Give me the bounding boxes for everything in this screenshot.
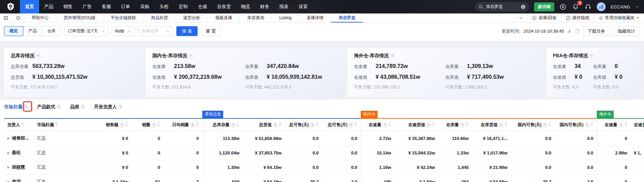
workspace-tab[interactable]: 商品补货 <box>144 13 176 22</box>
help-icon[interactable]: ? <box>120 123 124 128</box>
sort-icon[interactable] <box>196 122 199 128</box>
view-button[interactable]: 产品 <box>23 26 42 36</box>
sort-icon[interactable] <box>157 122 160 128</box>
help-icon[interactable]: ? <box>36 54 40 58</box>
apps-grid-icon[interactable] <box>0 13 12 22</box>
sort-icon[interactable] <box>125 122 128 128</box>
download-center-icon[interactable] <box>559 3 567 10</box>
download-tasks-button[interactable]: 下载任务 <box>583 26 610 36</box>
sort-icon[interactable] <box>624 122 627 128</box>
notifications-bell-icon[interactable]: 2 <box>572 3 579 10</box>
nav-item[interactable]: 订单 <box>116 0 135 13</box>
order-range-dropdown[interactable]: 订单范围: 近7天 <box>64 26 108 36</box>
expand-icon[interactable]: ▶ <box>7 180 10 182</box>
nav-item[interactable]: 定制 <box>174 0 193 13</box>
new-feature-button[interactable]: 新功能 <box>534 2 554 11</box>
help-icon[interactable]: ? <box>349 123 353 128</box>
view-button[interactable]: 概览 <box>4 26 23 36</box>
column-header[interactable]: 总可售(月)? <box>322 119 361 131</box>
nav-item[interactable]: 设置 <box>294 0 313 13</box>
sort-icon[interactable] <box>388 122 391 128</box>
account-chevron-down-icon[interactable] <box>635 5 639 9</box>
column-header[interactable]: 总库存量? <box>202 119 243 131</box>
panel-tab[interactable]: 品类? <box>70 104 85 110</box>
column-header[interactable]: 销量? <box>131 119 164 131</box>
column-header[interactable]: 市场归属 <box>34 119 78 131</box>
nav-item[interactable]: 销售 <box>58 0 78 13</box>
column-header[interactable]: 在途量? <box>597 119 631 131</box>
search-button[interactable]: 搜 索 <box>176 26 198 36</box>
nav-item[interactable]: 广告 <box>78 0 97 13</box>
hide-stats-button[interactable]: 隐藏统计 <box>613 26 640 36</box>
sort-icon[interactable] <box>55 122 58 128</box>
expand-icon[interactable]: ▶ <box>7 166 10 169</box>
panel-tab[interactable]: 开发负责人? <box>94 104 123 110</box>
sort-icon[interactable] <box>21 122 24 128</box>
sort-icon[interactable] <box>548 122 551 128</box>
workspace-tab[interactable]: 库存罗盘 <box>331 13 363 22</box>
help-icon[interactable]: ? <box>585 123 589 128</box>
support-headset-icon[interactable] <box>584 3 592 10</box>
help-icon[interactable]: ? <box>460 123 465 128</box>
account-name[interactable]: ECCANG <box>611 4 630 9</box>
guide-button[interactable]: 操作指南 <box>561 13 594 22</box>
sort-icon[interactable] <box>466 122 469 128</box>
favorites-button[interactable]: 常用功能收藏夹 <box>594 13 644 22</box>
nav-item[interactable]: 产品 <box>39 0 58 13</box>
help-icon[interactable]: ? <box>118 105 123 109</box>
home-icon[interactable] <box>12 13 24 22</box>
live-replay-button[interactable]: 直播/回放 <box>527 13 561 22</box>
app-logo-icon[interactable] <box>6 2 15 11</box>
column-header[interactable]: 总货值? <box>243 119 285 131</box>
workspace-tab[interactable]: 直播详情 <box>299 13 331 22</box>
help-icon[interactable]: ? <box>273 123 277 128</box>
help-icon[interactable]: ? <box>81 105 85 109</box>
nav-item[interactable]: 自发货 <box>212 0 236 13</box>
avatar[interactable] <box>597 2 606 11</box>
help-icon[interactable]: ? <box>231 123 235 128</box>
sort-icon[interactable] <box>354 122 357 128</box>
column-header[interactable]: 在途量? <box>361 119 394 131</box>
help-icon[interactable]: ? <box>24 105 28 109</box>
workspace-tab[interactable]: 货件管理(STA)版 <box>56 13 103 22</box>
help-icon[interactable]: ? <box>589 54 593 58</box>
view-button[interactable]: 仓库 <box>42 26 61 36</box>
nav-item[interactable]: 仓储 <box>193 0 212 13</box>
workspace-tab[interactable]: 库存查询 <box>240 13 272 22</box>
column-header[interactable]: 负责人 <box>4 119 34 131</box>
workspace-tab[interactable]: 平台店铺授权 <box>103 13 144 22</box>
help-icon[interactable]: ? <box>543 123 547 128</box>
help-icon[interactable]: ? <box>152 123 156 128</box>
help-icon[interactable]: ? <box>383 123 387 128</box>
column-header[interactable]: 国内可售(月)? <box>555 119 597 131</box>
nav-item[interactable]: 物流 <box>236 0 255 13</box>
expand-icon[interactable]: ▶ <box>7 151 10 154</box>
expand-icon[interactable]: ▶ <box>7 137 10 140</box>
clear-search-icon[interactable] <box>521 4 526 9</box>
column-header[interactable]: 销售额? <box>78 119 131 131</box>
help-icon[interactable]: ? <box>575 29 580 34</box>
column-header[interactable]: 国内可售(天)? <box>511 119 555 131</box>
nav-item[interactable]: 财务 <box>255 0 274 13</box>
help-icon[interactable]: ? <box>499 123 503 128</box>
nav-item[interactable]: 报表 <box>274 0 294 13</box>
help-icon[interactable]: ? <box>619 123 623 128</box>
nav-item[interactable]: 客服 <box>97 0 116 13</box>
sort-icon[interactable] <box>236 122 239 128</box>
sort-icon[interactable] <box>316 122 319 128</box>
workspace-tab[interactable]: 退货分析 <box>176 13 208 22</box>
column-header[interactable]: 日均销量? <box>164 119 202 131</box>
nav-item[interactable]: 头程 <box>154 0 174 13</box>
reset-button[interactable]: 重 置 <box>201 26 221 36</box>
column-header[interactable]: 在途货值? <box>394 119 438 131</box>
help-icon[interactable]: ? <box>390 54 394 58</box>
global-search-input[interactable]: 库存罗盘 <box>475 2 529 11</box>
help-icon[interactable]: ? <box>310 123 315 128</box>
sort-icon[interactable] <box>279 122 282 128</box>
nav-item[interactable]: 首页 <box>20 0 39 13</box>
currency-dropdown[interactable]: RMB <box>112 26 135 36</box>
help-icon[interactable]: ? <box>188 54 193 58</box>
sort-icon[interactable] <box>504 122 507 128</box>
nav-item[interactable]: 采购 <box>135 0 154 13</box>
panel-tab[interactable]: 市场归属? <box>4 104 28 110</box>
